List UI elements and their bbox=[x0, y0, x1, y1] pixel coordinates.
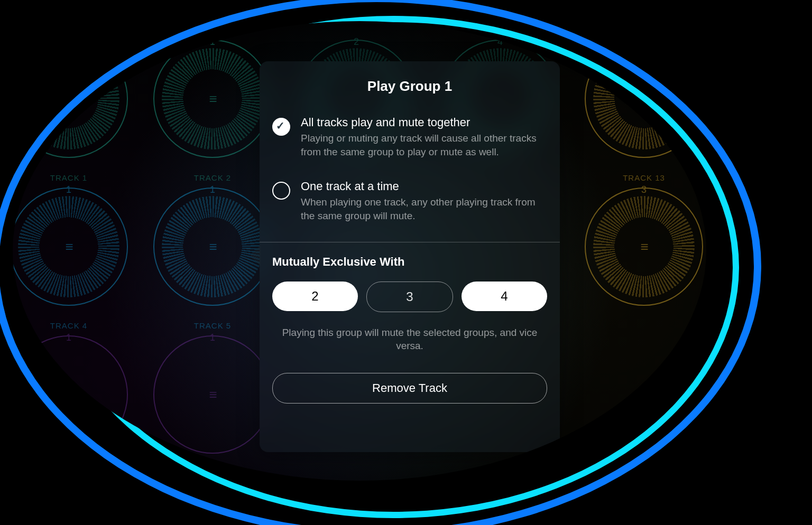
option-all-together[interactable]: All tracks play and mute together Playin… bbox=[272, 116, 547, 158]
drag-handle-icon[interactable]: ≡ bbox=[640, 239, 647, 255]
loop-number: 1 bbox=[66, 184, 71, 195]
loop-number: 2 bbox=[354, 36, 359, 48]
option-desc: When playing one track, any other playin… bbox=[301, 195, 547, 222]
loop-number: 1 bbox=[210, 184, 215, 195]
track-label: TRACK 13 bbox=[572, 173, 706, 182]
loop-circle[interactable]: 1 ≡ bbox=[13, 335, 128, 454]
loop-circle[interactable]: 1 ≡ bbox=[13, 188, 128, 306]
mutually-exclusive-heading: Mutually Exclusive With bbox=[272, 255, 547, 269]
track-cell[interactable]: 1 ≡ TRACK 1 bbox=[13, 40, 141, 188]
track-cell[interactable]: 3 ≡ bbox=[572, 188, 706, 335]
drag-handle-icon[interactable]: ≡ bbox=[65, 239, 72, 255]
track-cell bbox=[572, 335, 706, 481]
waveform-icon bbox=[593, 48, 695, 149]
option-body: All tracks play and mute together Playin… bbox=[301, 116, 547, 158]
loop-number: 1 bbox=[66, 332, 71, 343]
loop-circle[interactable]: 1 ≡ bbox=[153, 40, 272, 158]
loop-circle[interactable]: 1 ≡ bbox=[153, 335, 272, 454]
drag-handle-icon[interactable]: ≡ bbox=[209, 239, 216, 255]
drag-handle-icon[interactable]: ≡ bbox=[640, 91, 647, 107]
stage: 1 ≡ TRACK 1 1 ≡ TRACK 2 2 ≡ bbox=[0, 0, 812, 525]
track-cell[interactable]: 1 ≡ bbox=[13, 335, 141, 481]
loop-number: 1 bbox=[210, 332, 215, 343]
loop-circle[interactable]: 1 ≡ bbox=[13, 40, 128, 158]
exclusive-help-text: Playing this group will mute the selecte… bbox=[272, 326, 547, 353]
radio-selected-icon[interactable] bbox=[272, 118, 290, 136]
loop-number: 4 bbox=[497, 36, 503, 48]
loop-circle[interactable]: 3 ≡ bbox=[585, 40, 703, 158]
play-group-popover: Play Group 1 All tracks play and mute to… bbox=[260, 61, 560, 452]
exclusive-group-list: 2 3 4 bbox=[272, 282, 547, 312]
app-content: 1 ≡ TRACK 1 1 ≡ TRACK 2 2 ≡ bbox=[13, 21, 706, 481]
option-one-at-a-time[interactable]: One track at a time When playing one tra… bbox=[272, 180, 547, 222]
track-label: TRACK 1 bbox=[13, 173, 141, 182]
exclusive-group-pill[interactable]: 3 bbox=[366, 282, 453, 312]
option-title: One track at a time bbox=[301, 180, 547, 193]
track-cell[interactable]: 3 ≡ TRACK 13 bbox=[572, 40, 706, 188]
radio-unselected-icon[interactable] bbox=[272, 182, 290, 200]
drag-handle-icon[interactable]: ≡ bbox=[65, 387, 72, 403]
remove-track-button[interactable]: Remove Track bbox=[272, 373, 547, 404]
popover-title: Play Group 1 bbox=[272, 78, 547, 95]
loop-circle[interactable]: 3 ≡ bbox=[585, 188, 703, 306]
option-desc: Playing or muting any track will cause a… bbox=[301, 132, 547, 158]
divider bbox=[260, 242, 560, 242]
option-title: All tracks play and mute together bbox=[301, 116, 547, 129]
exclusive-group-pill[interactable]: 2 bbox=[272, 282, 358, 311]
drag-handle-icon[interactable]: ≡ bbox=[209, 91, 216, 107]
loop-number: 1 bbox=[210, 36, 215, 48]
loop-number: 3 bbox=[641, 184, 647, 195]
loop-number: 1 bbox=[66, 36, 71, 48]
track-label: TRACK 4 bbox=[13, 321, 141, 330]
waveform-icon bbox=[18, 48, 119, 149]
exclusive-group-pill[interactable]: 4 bbox=[462, 282, 547, 311]
option-body: One track at a time When playing one tra… bbox=[301, 180, 547, 222]
drag-handle-icon[interactable]: ≡ bbox=[209, 387, 216, 403]
drag-handle-icon[interactable]: ≡ bbox=[65, 91, 72, 107]
loop-number: 3 bbox=[641, 36, 647, 48]
popover-arrow-icon bbox=[250, 245, 261, 266]
track-cell[interactable]: 1 ≡ TRACK 4 bbox=[13, 188, 141, 335]
